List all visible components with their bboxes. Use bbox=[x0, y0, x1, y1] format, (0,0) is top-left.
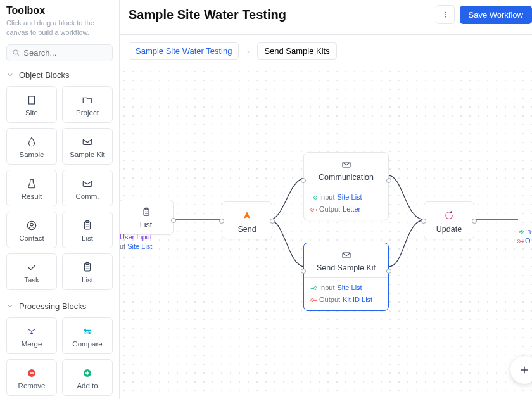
svg-rect-2 bbox=[29, 96, 35, 104]
breadcrumb-item-current[interactable]: Send Sample Kits bbox=[257, 42, 336, 60]
svg-point-27 bbox=[445, 12, 446, 13]
site-list-ghost: ut Site List bbox=[120, 243, 152, 250]
node-input-port[interactable] bbox=[219, 218, 224, 224]
node-input-port[interactable] bbox=[301, 178, 306, 183]
block-label: Merge bbox=[22, 340, 42, 348]
object-blocks-grid: Site Project Sample Sample Kit Result Co… bbox=[6, 86, 113, 290]
processing-blocks-header[interactable]: Processing Blocks bbox=[6, 301, 113, 311]
svg-point-0 bbox=[13, 50, 18, 54]
block-compare[interactable]: ⇆ Compare bbox=[62, 317, 113, 354]
block-label: Task bbox=[24, 276, 39, 284]
node-output-port[interactable] bbox=[472, 218, 477, 224]
block-site[interactable]: Site bbox=[6, 86, 57, 123]
block-remove[interactable]: Remove bbox=[6, 359, 57, 396]
node-output-port[interactable] bbox=[386, 178, 391, 183]
clipboard-icon bbox=[82, 220, 93, 231]
main-area: Sample Site Water Testing Save Workflow … bbox=[120, 0, 532, 399]
page-title: Sample Site Water Testing bbox=[129, 8, 286, 22]
block-comm[interactable]: Comm. bbox=[62, 170, 113, 206]
block-label: List bbox=[82, 234, 93, 242]
search-input[interactable] bbox=[23, 48, 107, 58]
clipboard-icon bbox=[82, 262, 93, 273]
node-body: →⊙ Input Site List ⊙→ Output Kit ID List bbox=[304, 277, 388, 310]
svg-point-28 bbox=[445, 14, 446, 15]
input-arrow-icon: →⊙ bbox=[310, 192, 317, 203]
svg-rect-11 bbox=[83, 180, 92, 186]
node-title: Send bbox=[238, 225, 256, 234]
mail-icon bbox=[82, 136, 93, 148]
input-value[interactable]: Site List bbox=[338, 282, 362, 294]
node-update[interactable]: Update bbox=[424, 201, 474, 239]
block-sample-kit[interactable]: Sample Kit bbox=[62, 128, 113, 165]
mail-icon bbox=[341, 250, 352, 260]
block-label: Sample Kit bbox=[70, 151, 105, 158]
save-button[interactable]: Save Workflow bbox=[460, 6, 532, 24]
output-value[interactable]: Kit ID List bbox=[343, 294, 372, 306]
plus-icon bbox=[519, 364, 530, 376]
workflow-canvas[interactable]: List User Input ut Site List Send Commun… bbox=[120, 67, 532, 399]
block-label: Site bbox=[25, 109, 38, 117]
block-add-to[interactable]: Add to bbox=[62, 359, 113, 396]
node-input-port[interactable] bbox=[421, 218, 426, 224]
processing-blocks-label: Processing Blocks bbox=[19, 301, 86, 311]
breadcrumb: Sample Site Water Testing › Send Sample … bbox=[120, 35, 532, 67]
mail-icon bbox=[341, 160, 352, 170]
block-task[interactable]: Task bbox=[6, 253, 57, 290]
node-title: Update bbox=[436, 225, 462, 234]
object-blocks-header[interactable]: Object Blocks bbox=[6, 70, 113, 80]
block-label: List bbox=[82, 276, 93, 284]
breadcrumb-item-root[interactable]: Sample Site Water Testing bbox=[129, 42, 239, 60]
svg-point-13 bbox=[30, 223, 34, 226]
block-sample[interactable]: Sample bbox=[6, 128, 57, 165]
block-result[interactable]: Result bbox=[6, 170, 57, 206]
toolbox-subtitle: Click and drag a block to the canvas to … bbox=[6, 18, 113, 38]
chevron-right-icon: › bbox=[242, 47, 255, 56]
block-list-2[interactable]: List bbox=[62, 253, 113, 290]
search-icon bbox=[12, 48, 20, 57]
block-merge[interactable]: Merge bbox=[6, 317, 57, 354]
ghost-input: →⊙ In bbox=[517, 227, 531, 235]
user-circle-icon bbox=[26, 220, 37, 231]
block-label: Sample bbox=[20, 151, 44, 158]
remove-icon bbox=[26, 367, 37, 379]
node-send[interactable]: Send bbox=[222, 201, 272, 239]
svg-rect-34 bbox=[343, 162, 350, 167]
folder-icon bbox=[82, 94, 93, 106]
block-label: Compare bbox=[72, 340, 102, 348]
node-communication[interactable]: Communication →⊙ Input Site List ⊙→ Outp… bbox=[303, 152, 389, 220]
block-label: Result bbox=[22, 193, 42, 200]
processing-blocks-grid: Merge ⇆ Compare Remove Add to Update Sen… bbox=[6, 317, 113, 399]
block-label: Contact bbox=[19, 234, 44, 242]
update-icon bbox=[444, 210, 454, 220]
output-value[interactable]: Letter bbox=[343, 203, 360, 215]
add-icon bbox=[82, 367, 93, 379]
drop-icon bbox=[26, 136, 37, 148]
svg-point-29 bbox=[445, 16, 446, 18]
building-icon bbox=[26, 94, 37, 106]
topbar-actions: Save Workflow bbox=[436, 5, 532, 24]
node-input-port[interactable] bbox=[301, 269, 306, 274]
node-send-sample-kit[interactable]: Send Sample Kit →⊙ Input Site List ⊙→ Ou… bbox=[303, 243, 389, 311]
send-icon bbox=[242, 210, 252, 220]
output-arrow-icon: ⊙→ bbox=[310, 294, 317, 305]
add-fab-button[interactable] bbox=[510, 356, 532, 384]
compare-icon: ⇆ bbox=[84, 325, 91, 338]
search-field-wrapper[interactable] bbox=[6, 44, 113, 61]
block-project[interactable]: Project bbox=[62, 86, 113, 123]
block-contact[interactable]: Contact bbox=[6, 212, 57, 248]
more-menu-button[interactable] bbox=[436, 5, 455, 24]
node-output-port[interactable] bbox=[270, 218, 275, 224]
input-value[interactable]: Site List bbox=[338, 191, 362, 203]
user-input-label: User Input bbox=[120, 233, 152, 241]
chevron-down-icon bbox=[6, 71, 14, 79]
output-arrow-icon: ⊙→ bbox=[310, 204, 317, 215]
clipboard-icon bbox=[141, 207, 151, 217]
node-list[interactable]: List bbox=[120, 200, 174, 235]
svg-line-1 bbox=[17, 54, 18, 56]
node-output-port[interactable] bbox=[171, 218, 176, 223]
svg-rect-9 bbox=[83, 139, 92, 144]
node-output-port[interactable] bbox=[386, 269, 391, 274]
block-list[interactable]: List bbox=[62, 212, 113, 248]
dots-vertical-icon bbox=[441, 10, 450, 19]
mail-icon bbox=[82, 178, 93, 189]
